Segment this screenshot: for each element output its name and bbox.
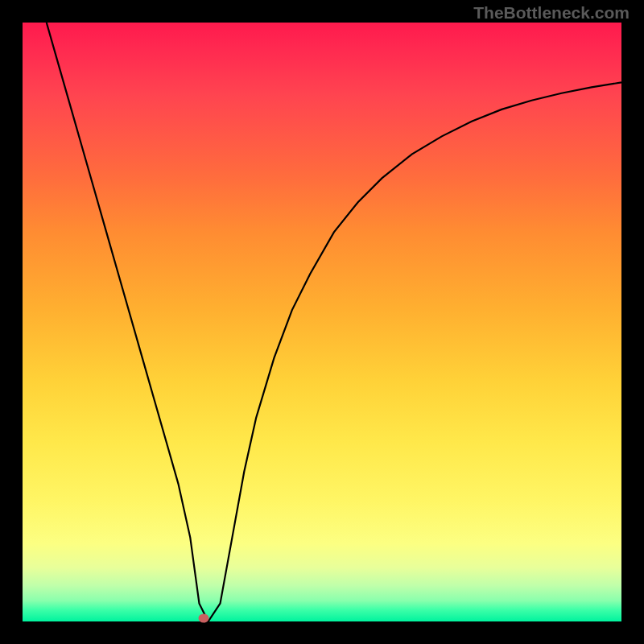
minimum-marker: [198, 613, 208, 622]
attribution-text: TheBottleneck.com: [473, 3, 630, 23]
chart-plot-area: [23, 23, 621, 621]
bottleneck-curve: [23, 23, 621, 621]
